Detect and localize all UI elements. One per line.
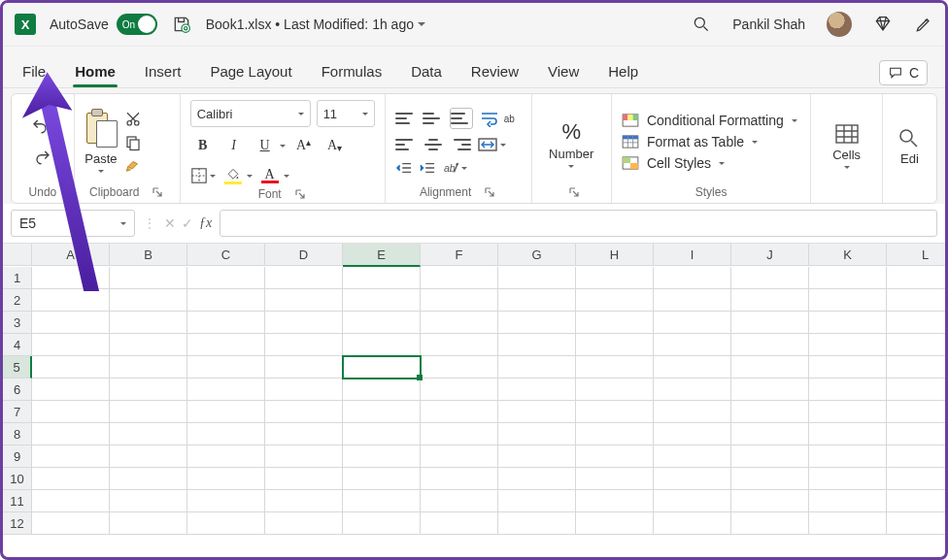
decrease-font-button[interactable]: A▾ bbox=[322, 133, 348, 158]
cell[interactable] bbox=[110, 401, 187, 423]
select-all-corner[interactable] bbox=[3, 244, 32, 266]
cell[interactable] bbox=[654, 468, 731, 490]
cell[interactable] bbox=[110, 445, 187, 468]
cell[interactable] bbox=[498, 490, 576, 512]
cell[interactable] bbox=[32, 312, 110, 334]
cell[interactable] bbox=[421, 512, 498, 535]
cell[interactable] bbox=[654, 445, 731, 468]
cell[interactable] bbox=[887, 468, 945, 490]
cell[interactable] bbox=[498, 334, 576, 356]
account-name[interactable]: Pankil Shah bbox=[732, 16, 805, 32]
cell[interactable] bbox=[576, 423, 654, 445]
enter-formula-button[interactable]: ✓ bbox=[182, 215, 193, 231]
cell[interactable] bbox=[32, 468, 110, 490]
cell[interactable] bbox=[187, 445, 265, 468]
cell[interactable] bbox=[809, 468, 887, 490]
column-header[interactable]: C bbox=[187, 244, 265, 266]
cell[interactable] bbox=[809, 356, 887, 379]
redo-button[interactable] bbox=[29, 147, 56, 168]
cell[interactable] bbox=[887, 334, 945, 356]
row-header[interactable]: 8 bbox=[3, 423, 32, 445]
cell[interactable] bbox=[32, 401, 110, 423]
cell[interactable] bbox=[421, 334, 498, 356]
cell[interactable] bbox=[887, 312, 945, 334]
cell[interactable] bbox=[343, 490, 421, 512]
column-header[interactable]: J bbox=[731, 244, 809, 266]
cell[interactable] bbox=[343, 312, 421, 334]
cell[interactable] bbox=[498, 468, 576, 490]
cell[interactable] bbox=[887, 267, 945, 289]
tab-review[interactable]: Review bbox=[469, 57, 521, 85]
row-header[interactable]: 2 bbox=[3, 289, 32, 312]
tab-data[interactable]: Data bbox=[409, 57, 444, 85]
cell[interactable] bbox=[421, 289, 498, 312]
cell[interactable] bbox=[498, 312, 576, 334]
row-header[interactable]: 4 bbox=[3, 334, 32, 356]
column-header[interactable]: G bbox=[498, 244, 576, 266]
cell[interactable] bbox=[110, 267, 187, 289]
cell[interactable] bbox=[421, 379, 498, 401]
cells-button[interactable]: Cells bbox=[832, 115, 861, 170]
cell[interactable] bbox=[32, 379, 110, 401]
cell[interactable] bbox=[343, 379, 421, 401]
cell[interactable] bbox=[576, 401, 654, 423]
cell[interactable] bbox=[343, 401, 421, 423]
cell[interactable] bbox=[887, 512, 945, 535]
cell[interactable] bbox=[809, 312, 887, 334]
cell[interactable] bbox=[576, 445, 654, 468]
cell[interactable] bbox=[110, 334, 187, 356]
cell[interactable] bbox=[110, 379, 187, 401]
borders-button[interactable] bbox=[190, 167, 216, 184]
column-header[interactable]: I bbox=[654, 244, 731, 266]
cell[interactable] bbox=[265, 267, 343, 289]
cell[interactable] bbox=[731, 445, 809, 468]
font-dialog-launcher[interactable] bbox=[293, 187, 307, 201]
cell[interactable] bbox=[576, 312, 654, 334]
cancel-formula-button[interactable]: ✕ bbox=[164, 215, 176, 231]
cell[interactable] bbox=[809, 289, 887, 312]
insert-function-button[interactable]: ƒx bbox=[199, 215, 212, 231]
cell[interactable] bbox=[731, 512, 809, 535]
cell[interactable] bbox=[576, 490, 654, 512]
cell[interactable] bbox=[576, 512, 654, 535]
cell[interactable] bbox=[32, 267, 110, 289]
undo-button[interactable] bbox=[29, 115, 56, 137]
cell[interactable] bbox=[731, 267, 809, 289]
row-header[interactable]: 1 bbox=[3, 267, 32, 289]
cell[interactable] bbox=[731, 312, 809, 334]
bold-button[interactable]: B bbox=[190, 133, 216, 158]
cell[interactable] bbox=[421, 445, 498, 468]
italic-button[interactable]: I bbox=[221, 133, 247, 158]
cell[interactable] bbox=[421, 356, 498, 379]
cell[interactable] bbox=[110, 512, 187, 535]
cell[interactable] bbox=[265, 356, 343, 379]
cell[interactable] bbox=[498, 289, 576, 312]
wrap-text-button[interactable]: ab bbox=[479, 110, 515, 127]
paste-button[interactable]: Paste bbox=[85, 109, 118, 174]
cell[interactable] bbox=[110, 490, 187, 512]
autosave-control[interactable]: AutoSave On bbox=[50, 14, 157, 35]
column-header[interactable]: B bbox=[110, 244, 187, 266]
cell[interactable] bbox=[576, 334, 654, 356]
alignment-dialog-launcher[interactable] bbox=[483, 185, 496, 199]
worksheet-grid[interactable]: ABCDEFGHIJKL123456789101112 bbox=[3, 244, 945, 535]
premium-diamond-icon[interactable] bbox=[873, 15, 893, 34]
editing-mode-icon[interactable] bbox=[914, 15, 933, 34]
cell[interactable] bbox=[421, 312, 498, 334]
row-header[interactable]: 10 bbox=[3, 468, 32, 490]
account-avatar[interactable] bbox=[827, 12, 852, 37]
cell[interactable] bbox=[421, 401, 498, 423]
align-left-button[interactable] bbox=[395, 135, 417, 154]
cell[interactable] bbox=[110, 289, 187, 312]
cell[interactable] bbox=[731, 379, 809, 401]
cell[interactable] bbox=[498, 379, 576, 401]
cell[interactable] bbox=[265, 423, 343, 445]
cell[interactable] bbox=[343, 289, 421, 312]
cell[interactable] bbox=[343, 445, 421, 468]
cell[interactable] bbox=[421, 267, 498, 289]
formula-bar-input[interactable] bbox=[220, 210, 937, 237]
row-header[interactable]: 12 bbox=[3, 512, 32, 535]
orientation-button[interactable]: ab bbox=[442, 160, 467, 176]
cell[interactable] bbox=[32, 356, 110, 379]
cell[interactable] bbox=[265, 468, 343, 490]
